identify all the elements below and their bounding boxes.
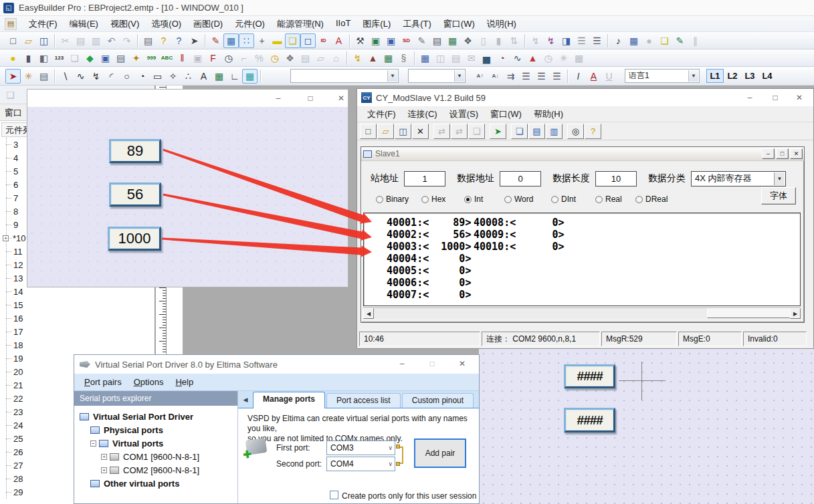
table-tool-button[interactable]: ▦ [242, 69, 258, 84]
file-browser-button[interactable]: ▱ [313, 51, 328, 66]
hmi-information-button[interactable]: ▮ [491, 33, 506, 48]
screen-window-canvas[interactable]: 89 56 1000 [27, 107, 348, 287]
menu-d[interactable]: 画图(D) [187, 16, 229, 32]
polygon-tool-button[interactable]: ✧ [165, 69, 181, 84]
polyline-tool-button[interactable]: ↯ [88, 69, 104, 84]
font-family-combo[interactable]: ▼ [290, 69, 399, 83]
radio-hex[interactable]: Hex [421, 195, 445, 204]
vspd-menu-portpairs[interactable]: Port pairs [78, 375, 128, 389]
tree-item-com2[interactable]: +COM2 [9600-N-8-1] [74, 463, 237, 477]
undo-button[interactable]: ↶ [104, 33, 119, 48]
design-canvas[interactable]: #### #### [479, 349, 814, 504]
add-pair-button[interactable]: Add pair [414, 438, 466, 468]
text-tool-button[interactable]: A [196, 69, 211, 84]
bar-graph-button[interactable]: ▅ [479, 51, 494, 66]
state-button-l2[interactable]: L2 [724, 69, 741, 83]
tab-manage-ports[interactable]: Manage ports [253, 392, 325, 408]
find-element-button[interactable]: ➤ [187, 33, 202, 48]
field-input-2[interactable]: 10 [595, 171, 637, 186]
ms-slave-copy-button[interactable]: ❏ [468, 124, 485, 139]
modslave-menu-w[interactable]: 窗口(W) [484, 106, 528, 122]
compile-button[interactable]: ⚒ [352, 33, 368, 48]
ascii-display-button[interactable]: ABC [159, 51, 175, 66]
state-button-l1[interactable]: L1 [706, 69, 724, 83]
arc-tool-button[interactable]: ◜ [104, 69, 119, 84]
indicator-lamp-button[interactable]: ● [5, 51, 21, 66]
vspd-menu-help[interactable]: Help [169, 375, 199, 389]
cut-button[interactable]: ✂ [58, 33, 73, 48]
ms-new-button[interactable]: □ [360, 124, 377, 139]
sd-card-button[interactable]: SD [399, 33, 414, 48]
menu-l[interactable]: 图库(L) [357, 16, 397, 32]
save-project-button[interactable]: ◫ [36, 33, 52, 48]
scroll-right-arrow[interactable]: ▶ [790, 308, 801, 319]
tree-item-virtual[interactable]: −Virtual ports [74, 436, 237, 450]
vspd-titlebar[interactable]: Virtual Serial Port Driver 8.0 by Eltima… [74, 355, 479, 374]
address-grid-button[interactable]: ▦ [626, 33, 641, 48]
radio-word[interactable]: Word [504, 195, 533, 204]
ms-connect-button[interactable]: ➤ [490, 124, 506, 139]
maximize-button[interactable]: □ [765, 91, 785, 104]
offline-simulation-button[interactable]: ▣ [368, 33, 383, 48]
maximize-button[interactable]: □ [300, 92, 320, 105]
minimize-button[interactable]: – [762, 148, 775, 159]
copy-button[interactable]: ▤ [73, 33, 88, 48]
multi-state-switch-button[interactable]: ❏ [67, 51, 82, 66]
ms-tile-vertical-button[interactable]: ▥ [546, 124, 563, 139]
ms-slave-add-button[interactable]: ⇄ [433, 124, 450, 139]
tab-port-access-list[interactable]: Port access list [326, 393, 401, 408]
dot-tool-button[interactable]: ∴ [181, 69, 196, 84]
modslave-titlebar[interactable]: CY CY_ModSlave V1.2 Build 59 – □ ✕ [357, 89, 813, 106]
macro-edit-button[interactable]: ✎ [414, 33, 429, 48]
email-button[interactable]: ✉ [464, 51, 479, 66]
underline-button[interactable]: U [601, 69, 617, 84]
window-tree-item[interactable]: 17 [0, 325, 155, 338]
bit-switch-button[interactable]: ◧ [36, 51, 52, 66]
field-input-1[interactable]: 0 [500, 171, 541, 186]
ms-slave-remove-button[interactable]: ⇄ [451, 124, 468, 139]
online-simulation-button[interactable]: ▣ [383, 33, 399, 48]
clock-object-button[interactable]: ◷ [221, 51, 236, 66]
pie-chart-button[interactable]: ◔ [494, 51, 510, 66]
scroll-left-arrow[interactable]: ◀ [363, 308, 374, 319]
font-display-button[interactable]: A [331, 33, 346, 48]
data-list-button[interactable]: ☰ [589, 33, 605, 48]
shape-fill-button[interactable]: ▬ [270, 33, 285, 48]
ms-help-button[interactable]: ? [585, 124, 601, 139]
new-file-button[interactable]: □ [5, 33, 21, 48]
first-port-combo[interactable]: COM3∨ [326, 440, 395, 455]
close-button[interactable]: ✕ [331, 92, 351, 105]
restore-button[interactable]: □ [776, 148, 789, 159]
close-button[interactable]: ✕ [789, 91, 809, 104]
radio-dreal[interactable]: DReal [635, 195, 668, 204]
modslave-menu-s[interactable]: 设置(S) [443, 106, 484, 122]
database-server-button[interactable]: ▦ [417, 51, 433, 66]
state-button-l4[interactable]: L4 [758, 69, 776, 83]
menu-h[interactable]: 说明(H) [481, 16, 522, 32]
menu-t[interactable]: 工具(T) [397, 16, 437, 32]
window-tree-item[interactable]: 18 [0, 338, 155, 352]
label-library-button[interactable]: ❏ [657, 33, 672, 48]
tree-item-com1[interactable]: +COM1 [9600-N-8-1] [74, 450, 237, 463]
text-indent-button[interactable]: ⇉ [503, 69, 518, 84]
maximize-button[interactable]: □ [422, 357, 442, 370]
minimize-button[interactable]: – [268, 92, 288, 105]
menu-e[interactable]: 编辑(E) [64, 16, 104, 32]
menu-n[interactable]: 能源管理(N) [271, 16, 330, 32]
energy-table-button[interactable]: ▦ [381, 51, 396, 66]
connect-button[interactable]: ↯ [543, 33, 558, 48]
grid-toggle-button[interactable]: ∷ [239, 33, 254, 48]
timer-object-button[interactable]: ◷ [267, 51, 282, 66]
window-tree-item[interactable]: 15 [0, 298, 155, 311]
menu-o[interactable]: 选项(O) [145, 16, 187, 32]
session-checkbox[interactable] [330, 491, 338, 499]
modslave-menu-f[interactable]: 文件(F) [361, 106, 402, 122]
touch-gesture-button[interactable]: ▣ [98, 51, 113, 66]
menu-iiot[interactable]: IIoT [330, 16, 357, 32]
usb-download-button[interactable]: ▯ [476, 33, 491, 48]
ms-delete-button[interactable]: ✕ [412, 124, 429, 139]
ms-find-button[interactable]: ◎ [567, 124, 584, 139]
language-combo[interactable]: 语言1▼ [625, 69, 700, 83]
pie-tool-button[interactable]: ◔ [134, 69, 150, 84]
expand-plus-icon[interactable]: + [3, 235, 9, 241]
